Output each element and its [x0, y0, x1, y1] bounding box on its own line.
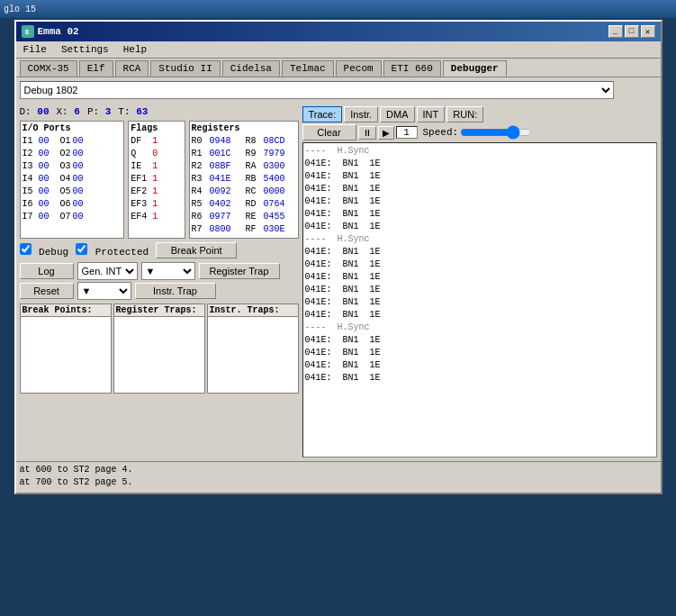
tab-debugger[interactable]: Debugger [443, 60, 507, 77]
counter-display: 1 [396, 126, 418, 139]
register-trap-button[interactable]: Register Trap [199, 263, 280, 279]
tab-rca[interactable]: RCA [115, 60, 149, 77]
dma-button[interactable]: DMA [380, 106, 414, 122]
d-value: 00 [37, 106, 49, 117]
io-ports-box: I/O Ports I1 00 O1 00 I2 00 O2 00 I3 [20, 121, 125, 239]
instr-traps-title: Instr. Traps: [208, 304, 298, 317]
tab-cidelsa[interactable]: Cidelsa [222, 60, 280, 77]
clear-button[interactable]: Clear [302, 124, 356, 140]
gen-int-select[interactable]: Gen. INT [77, 262, 138, 280]
break-point-button[interactable]: Break Point [156, 242, 237, 258]
io-row-4: I4 00 O4 00 [23, 173, 122, 186]
maximize-button[interactable]: □ [625, 25, 639, 38]
reset-button[interactable]: Reset [20, 283, 74, 299]
flag-ef2: EF2 1 [131, 186, 182, 198]
status-line-1: at 600 to ST2 page 4. [20, 464, 657, 476]
close-button[interactable]: ✕ [641, 25, 655, 38]
register-traps-col: Register Traps: [113, 303, 205, 394]
title-controls: _ □ ✕ [608, 25, 655, 38]
reg-row-5: R5 0402 RD 0764 [192, 198, 296, 211]
log-button[interactable]: Log [20, 263, 74, 279]
reg-row-6: R6 0977 RE 0455 [192, 211, 296, 223]
reg-row-4: R4 0092 RC 0000 [192, 186, 296, 198]
flag-ef1: EF1 1 [131, 173, 182, 186]
menu-bar: File Settings Help [16, 41, 661, 59]
io-row-2: I2 00 O2 00 [23, 148, 122, 160]
protected-checkbox-label[interactable]: Protected [76, 243, 149, 258]
flag-ef4: EF4 1 [131, 211, 182, 223]
reg-row-1: R1 001C R9 7979 [192, 148, 296, 160]
tab-comx35[interactable]: COMX-35 [20, 60, 77, 77]
tab-bar: COMX-35 Elf RCA Studio II Cidelsa Telmac… [16, 59, 661, 77]
instr-button[interactable]: Instr. [344, 106, 378, 122]
break-points-title: Break Points: [21, 304, 111, 317]
title-bar-left: E Emma 02 [22, 25, 79, 38]
reg-row-2: R2 08BF RA 0300 [192, 160, 296, 173]
left-panel: D: 00 X: 6 P: 3 T: 63 I/O Ports I1 00 O1… [20, 106, 299, 457]
speed-slider[interactable] [460, 126, 532, 139]
registers-area: I/O Ports I1 00 O1 00 I2 00 O2 00 I3 [20, 121, 299, 239]
play-button[interactable]: ▶ [378, 126, 394, 140]
int-button[interactable]: INT [417, 106, 446, 122]
break-points-col: Break Points: [20, 303, 112, 394]
p-value: 3 [105, 106, 112, 117]
checkbox-row: Debug Protected Break Point [20, 242, 299, 258]
io-row-6: I6 00 O6 00 [23, 198, 122, 211]
tab-pecom[interactable]: Pecom [336, 60, 382, 77]
clear-row: Clear ⏸ ▶ 1 Speed: [302, 124, 657, 140]
pause-button[interactable]: ⏸ [358, 126, 376, 140]
gen-int-dropdown[interactable]: ▼ [141, 262, 195, 280]
instr-trap-button[interactable]: Instr. Trap [135, 283, 216, 299]
x-label: X: 6 [57, 106, 80, 117]
menu-file[interactable]: File [20, 43, 50, 56]
main-window: E Emma 02 _ □ ✕ File Settings Help COMX-… [14, 20, 662, 494]
trace-output[interactable]: ---- H.Sync041E: BN1 1E041E: BN1 1E041E:… [302, 142, 657, 457]
info-row: D: 00 X: 6 P: 3 T: 63 [20, 106, 299, 117]
io-row-7: I7 00 O7 00 [23, 211, 122, 223]
taskbar: glo 15 [0, 0, 676, 18]
d-label: D: 00 [20, 106, 50, 117]
registers-box: Registers R0 0948 R8 08CD R1 001C R9 797… [189, 121, 299, 239]
debug-checkbox-label[interactable]: Debug [20, 243, 69, 258]
register-traps-title: Register Traps: [114, 304, 204, 317]
instr-traps-col: Instr. Traps: [207, 303, 299, 394]
tab-studio2[interactable]: Studio II [150, 60, 220, 77]
reg-row-3: R3 041E RB 5400 [192, 173, 296, 186]
reset-dropdown[interactable]: ▼ [77, 282, 131, 300]
flag-q: Q 0 [131, 148, 182, 160]
menu-help[interactable]: Help [120, 43, 150, 56]
minimize-button[interactable]: _ [608, 25, 623, 38]
flag-df: DF 1 [131, 135, 182, 148]
break-area: Break Points: Register Traps: Instr. Tra… [20, 303, 299, 394]
flag-ie: IE 1 [131, 160, 182, 173]
debug-mode-select[interactable]: Debug 1802 [20, 81, 614, 99]
registers-title: Registers [192, 123, 296, 133]
menu-settings[interactable]: Settings [58, 43, 113, 56]
flag-ef3: EF3 1 [131, 198, 182, 211]
protected-checkbox[interactable] [76, 243, 87, 255]
status-bar: at 600 to ST2 page 4. at 700 to ST2 page… [16, 461, 661, 493]
tab-telmac[interactable]: Telmac [282, 60, 334, 77]
reset-row: Reset ▼ Instr. Trap [20, 282, 299, 300]
dropdown-row: Debug 1802 [16, 77, 661, 103]
run-button[interactable]: RUN: [446, 106, 483, 122]
tab-elf[interactable]: Elf [79, 60, 113, 77]
window-title: Emma 02 [38, 26, 79, 37]
trace-button[interactable]: Trace: [302, 106, 343, 122]
t-label: T: 63 [118, 106, 148, 117]
main-area: D: 00 X: 6 P: 3 T: 63 I/O Ports I1 00 O1… [16, 103, 661, 461]
debug-checkbox[interactable] [20, 243, 32, 255]
flags-title: Flags [131, 123, 182, 133]
io-row-3: I3 00 O3 00 [23, 160, 122, 173]
app-icon: E [22, 25, 34, 38]
title-bar: E Emma 02 _ □ ✕ [16, 22, 661, 41]
status-line-2: at 700 to ST2 page 5. [20, 476, 657, 489]
io-ports-title: I/O Ports [23, 123, 122, 133]
tab-eti660[interactable]: ETI 660 [383, 60, 441, 77]
right-panel: Trace: Instr. DMA INT RUN: Clear ⏸ ▶ 1 S… [302, 106, 657, 457]
speed-label: Speed: [423, 127, 459, 138]
trace-toolbar: Trace: Instr. DMA INT RUN: [302, 106, 657, 122]
flags-box: Flags DF 1 Q 0 IE 1 EF1 1 [128, 121, 185, 239]
io-row-1: I1 00 O1 00 [23, 135, 122, 148]
io-row-5: I5 00 O5 00 [23, 186, 122, 198]
